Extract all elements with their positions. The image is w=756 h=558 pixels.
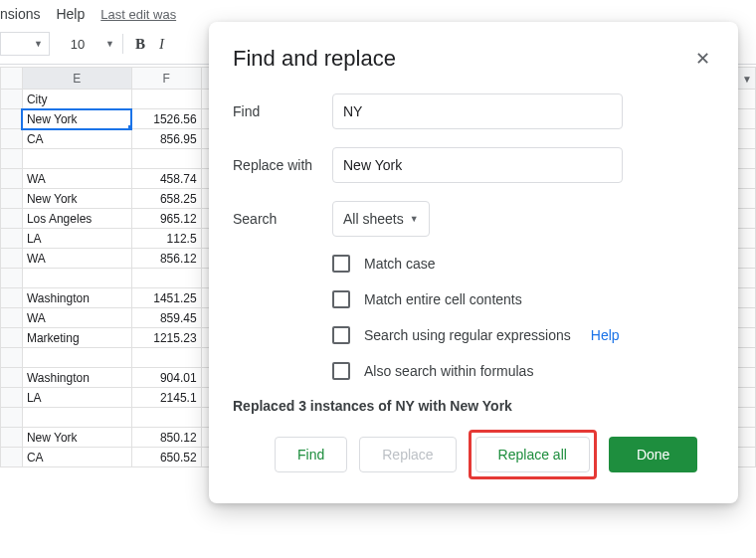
- cell[interactable]: [131, 408, 201, 428]
- cell[interactable]: 856.12: [131, 249, 201, 269]
- cell[interactable]: [131, 90, 201, 109]
- cell[interactable]: New York: [22, 189, 131, 209]
- cell[interactable]: 1451.25: [131, 288, 201, 308]
- row-header[interactable]: [1, 129, 23, 149]
- done-button[interactable]: Done: [609, 437, 697, 472]
- cell[interactable]: LA: [22, 229, 131, 249]
- cell[interactable]: [131, 348, 201, 368]
- cell[interactable]: 965.12: [131, 209, 201, 229]
- row-header[interactable]: [1, 368, 23, 388]
- regex-label: Search using regular expressions: [364, 327, 571, 343]
- cell[interactable]: Washington: [22, 288, 131, 308]
- close-icon[interactable]: ✕: [691, 46, 714, 72]
- row-header[interactable]: [1, 288, 23, 308]
- last-edit-link[interactable]: Last edit was: [100, 7, 176, 22]
- cell[interactable]: Los Angeles: [22, 209, 131, 229]
- row-header[interactable]: [1, 408, 23, 428]
- row-header[interactable]: [1, 169, 23, 189]
- row-header[interactable]: [1, 328, 23, 348]
- replace-label: Replace with: [233, 157, 332, 173]
- divider: [122, 34, 123, 54]
- cell[interactable]: CA: [22, 129, 131, 149]
- formulas-label: Also search within formulas: [364, 363, 533, 379]
- cell[interactable]: [22, 348, 131, 368]
- chevron-down-icon[interactable]: ▼: [105, 39, 114, 49]
- find-replace-dialog: ▼ Find and replace ✕ Find Replace with S…: [209, 22, 738, 503]
- cell[interactable]: 112.5: [131, 229, 201, 249]
- corner-cell[interactable]: [1, 68, 23, 90]
- row-header[interactable]: [1, 348, 23, 368]
- row-header[interactable]: [1, 149, 23, 169]
- cell[interactable]: WA: [22, 249, 131, 269]
- chevron-down-icon: ▼: [410, 214, 419, 224]
- column-header-f[interactable]: F: [131, 68, 201, 90]
- menu-help[interactable]: Help: [56, 6, 85, 22]
- cell[interactable]: WA: [22, 169, 131, 189]
- row-header[interactable]: [1, 308, 23, 328]
- row-header[interactable]: [1, 269, 23, 288]
- find-button[interactable]: Find: [275, 437, 347, 472]
- cell[interactable]: 458.74: [131, 169, 201, 189]
- cell[interactable]: 856.95: [131, 129, 201, 149]
- row-header[interactable]: [1, 209, 23, 229]
- menu-extensions[interactable]: nsions: [0, 6, 40, 22]
- cell[interactable]: New York: [22, 428, 131, 448]
- replace-all-highlight: Replace all: [469, 430, 597, 479]
- cell[interactable]: LA: [22, 388, 131, 408]
- row-header[interactable]: [1, 448, 23, 467]
- cell[interactable]: [131, 269, 201, 288]
- cell[interactable]: 904.01: [131, 368, 201, 388]
- replace-input[interactable]: [332, 147, 623, 183]
- font-size-input[interactable]: 10: [58, 32, 97, 56]
- row-header[interactable]: [1, 189, 23, 209]
- search-scope-value: All sheets: [343, 211, 404, 227]
- cell[interactable]: 859.45: [131, 308, 201, 328]
- find-input[interactable]: [332, 93, 623, 129]
- chevron-down-icon[interactable]: ▼: [742, 74, 752, 85]
- find-label: Find: [233, 103, 332, 119]
- fill-handle[interactable]: [128, 125, 132, 129]
- row-header[interactable]: [1, 229, 23, 249]
- replace-all-button[interactable]: Replace all: [475, 437, 590, 472]
- row-header[interactable]: [1, 428, 23, 448]
- cell[interactable]: 658.25: [131, 189, 201, 209]
- match-cell-label: Match entire cell contents: [364, 291, 522, 307]
- cell[interactable]: 650.52: [131, 448, 201, 467]
- row-header[interactable]: [1, 90, 23, 109]
- column-header-e[interactable]: E: [22, 68, 131, 90]
- bold-button[interactable]: B: [131, 36, 149, 53]
- dialog-title: Find and replace: [233, 46, 396, 72]
- cell[interactable]: [22, 149, 131, 169]
- match-case-label: Match case: [364, 256, 436, 272]
- cell[interactable]: 1215.23: [131, 328, 201, 348]
- regex-help-link[interactable]: Help: [591, 327, 620, 343]
- cell[interactable]: Washington: [22, 368, 131, 388]
- cell[interactable]: 850.12: [131, 428, 201, 448]
- cell[interactable]: New York: [22, 109, 131, 129]
- row-header[interactable]: [1, 109, 23, 129]
- italic-button[interactable]: I: [157, 36, 166, 53]
- chevron-down-icon: ▼: [34, 39, 43, 49]
- search-scope-dropdown[interactable]: All sheets ▼: [332, 201, 430, 237]
- regex-checkbox[interactable]: [332, 326, 350, 344]
- cell[interactable]: WA: [22, 308, 131, 328]
- cell[interactable]: City: [22, 90, 131, 109]
- match-case-checkbox[interactable]: [332, 255, 350, 273]
- cell[interactable]: Marketing: [22, 328, 131, 348]
- row-header[interactable]: [1, 388, 23, 408]
- match-cell-checkbox[interactable]: [332, 290, 350, 308]
- cell[interactable]: [131, 149, 201, 169]
- search-scope-label: Search: [233, 211, 332, 227]
- cell[interactable]: [22, 408, 131, 428]
- cell[interactable]: 1526.56: [131, 109, 201, 129]
- cell[interactable]: CA: [22, 448, 131, 467]
- cell[interactable]: 2145.1: [131, 388, 201, 408]
- status-message: Replaced 3 instances of NY with New York: [233, 398, 714, 414]
- replace-button[interactable]: Replace: [359, 437, 456, 472]
- cell[interactable]: [22, 269, 131, 288]
- font-family-select[interactable]: ▼: [0, 32, 50, 56]
- row-header[interactable]: [1, 249, 23, 269]
- formulas-checkbox[interactable]: [332, 362, 350, 380]
